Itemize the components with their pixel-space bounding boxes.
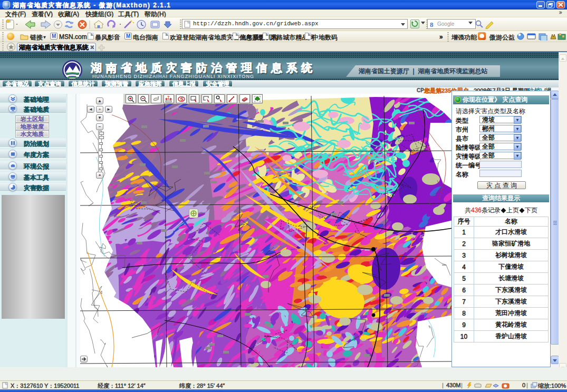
svg-text:?: ? — [167, 95, 169, 99]
svg-text:S: S — [180, 96, 183, 102]
